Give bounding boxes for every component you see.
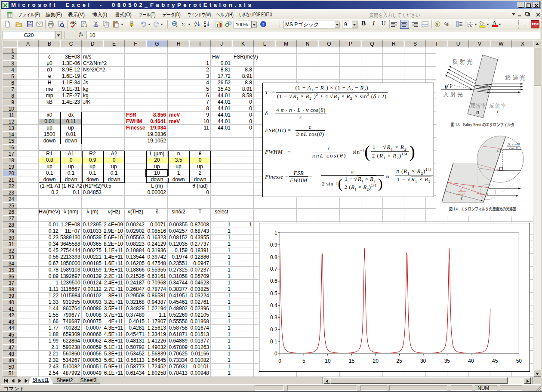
svg-text:透過光: 透過光 — [505, 74, 526, 81]
svg-text:ℓ: ℓ — [461, 195, 463, 201]
svg-text:0.4: 0.4 — [270, 302, 277, 309]
svg-text:%: % — [444, 21, 450, 28]
svg-text:1: 1 — [274, 230, 277, 236]
svg-text:0: 0 — [274, 351, 277, 357]
svg-text:Z: Z — [194, 24, 197, 28]
svg-text:ABC: ABC — [70, 21, 77, 24]
svg-text:0.9: 0.9 — [270, 242, 277, 248]
svg-text:図 1.4 エタロンフィルタの透過光の光路差: 図 1.4 エタロンフィルタの透過光の光路差 — [449, 207, 516, 212]
svg-text:20: 20 — [373, 358, 379, 364]
svg-text:屈折率: 屈折率 — [470, 103, 487, 109]
svg-text:35: 35 — [444, 358, 450, 364]
svg-text:Σ: Σ — [182, 21, 185, 28]
svg-text:図 1.3 Fabry-Perot のエタロンフィルタ: 図 1.3 Fabry-Perot のエタロンフィルタ — [451, 122, 514, 127]
svg-text:0: 0 — [278, 358, 281, 364]
svg-text:L: L — [460, 187, 462, 191]
svg-text:10: 10 — [325, 358, 331, 364]
svg-text:A: A — [493, 20, 496, 26]
svg-text:A: A — [204, 24, 206, 28]
svg-text:25: 25 — [396, 358, 402, 364]
svg-text:r: r — [497, 108, 499, 114]
svg-text:2L sin²θ: 2L sin²θ — [507, 142, 520, 146]
svg-text:45: 45 — [492, 358, 498, 364]
svg-text:30: 30 — [420, 358, 426, 364]
svg-text:0.5: 0.5 — [270, 290, 277, 296]
svg-text:0.8: 0.8 — [270, 254, 277, 260]
svg-text:0.2: 0.2 — [270, 327, 277, 333]
svg-text:5: 5 — [302, 358, 305, 364]
svg-text:θ: θ — [445, 83, 448, 90]
svg-text:a: a — [424, 22, 426, 26]
svg-text:0.1: 0.1 — [270, 339, 277, 345]
svg-text:?: ? — [262, 22, 265, 27]
svg-text:¥: ¥ — [436, 22, 439, 27]
svg-text:反射光: 反射光 — [452, 59, 473, 65]
svg-text:50: 50 — [516, 358, 522, 364]
svg-text:0.6: 0.6 — [270, 278, 277, 284]
svg-text:0.7: 0.7 — [270, 266, 277, 272]
svg-text:0.3: 0.3 — [270, 315, 277, 321]
svg-text:40: 40 — [468, 358, 474, 364]
svg-text:cos θ: cos θ — [509, 146, 517, 150]
svg-text:θ: θ — [472, 185, 474, 189]
svg-text:n: n — [476, 108, 479, 115]
svg-text:15: 15 — [349, 358, 355, 364]
svg-text:入射光: 入射光 — [443, 91, 463, 98]
